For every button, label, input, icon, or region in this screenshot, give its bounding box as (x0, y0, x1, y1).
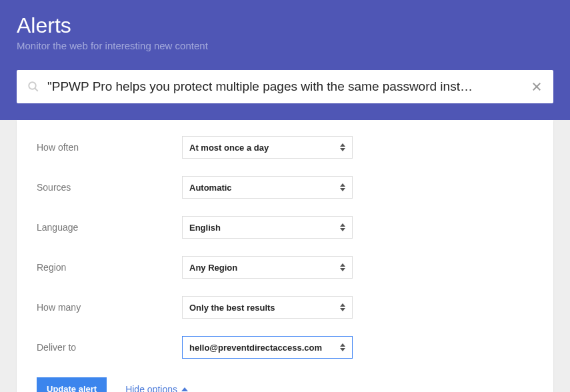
field-label: Deliver to (37, 342, 182, 353)
header: Alerts Monitor the web for interesting n… (0, 0, 570, 120)
select-value: At most once a day (189, 143, 269, 153)
form-row: Deliver tohello@preventdirectaccess.com (37, 336, 533, 359)
field-label: How often (37, 142, 182, 153)
select-box[interactable]: Automatic (182, 176, 353, 199)
svg-marker-12 (340, 303, 345, 307)
select-box[interactable]: hello@preventdirectaccess.com (182, 336, 353, 359)
svg-marker-9 (340, 228, 345, 231)
form-row: RegionAny Region (37, 256, 533, 279)
select-value: hello@preventdirectaccess.com (189, 343, 322, 353)
svg-marker-11 (340, 268, 345, 271)
svg-marker-13 (340, 308, 345, 311)
svg-marker-7 (340, 188, 345, 191)
search-input[interactable]: "PPWP Pro helps you protect multiple pag… (47, 79, 523, 94)
options-panel: How oftenAt most once a daySourcesAutoma… (17, 120, 553, 392)
svg-line-1 (35, 88, 38, 91)
unfold-icon (340, 223, 345, 231)
unfold-icon (340, 303, 345, 311)
select-value: English (189, 223, 221, 233)
search-box[interactable]: "PPWP Pro helps you protect multiple pag… (17, 70, 553, 103)
form-row: LanguageEnglish (37, 216, 533, 239)
select-value: Any Region (189, 263, 237, 273)
field-label: Region (37, 262, 182, 273)
select-value: Only the best results (189, 303, 275, 313)
field-label: Language (37, 222, 182, 233)
select-box[interactable]: English (182, 216, 353, 239)
hide-options-label: Hide options (125, 384, 177, 393)
form-row: How manyOnly the best results (37, 296, 533, 319)
svg-marker-4 (340, 143, 345, 147)
hide-options-link[interactable]: Hide options (125, 384, 188, 393)
svg-marker-8 (340, 223, 345, 227)
svg-point-0 (29, 82, 36, 89)
svg-marker-14 (340, 343, 345, 347)
page-title: Alerts (17, 13, 553, 38)
unfold-icon (340, 343, 345, 351)
select-box[interactable]: Only the best results (182, 296, 353, 319)
footer-row: Update alert Hide options (37, 377, 533, 392)
svg-marker-15 (340, 348, 345, 351)
svg-marker-16 (181, 387, 188, 391)
form-row: SourcesAutomatic (37, 176, 533, 199)
form-row: How oftenAt most once a day (37, 136, 533, 159)
select-box[interactable]: At most once a day (182, 136, 353, 159)
select-box[interactable]: Any Region (182, 256, 353, 279)
svg-marker-5 (340, 148, 345, 151)
close-icon[interactable] (531, 81, 543, 93)
update-alert-button[interactable]: Update alert (37, 377, 107, 392)
field-label: Sources (37, 182, 182, 193)
field-label: How many (37, 302, 182, 313)
search-icon (27, 81, 39, 93)
svg-marker-10 (340, 263, 345, 267)
unfold-icon (340, 263, 345, 271)
unfold-icon (340, 183, 345, 191)
unfold-icon (340, 143, 345, 151)
select-value: Automatic (189, 183, 232, 193)
svg-marker-6 (340, 183, 345, 187)
page-subtitle: Monitor the web for interesting new cont… (17, 40, 553, 51)
